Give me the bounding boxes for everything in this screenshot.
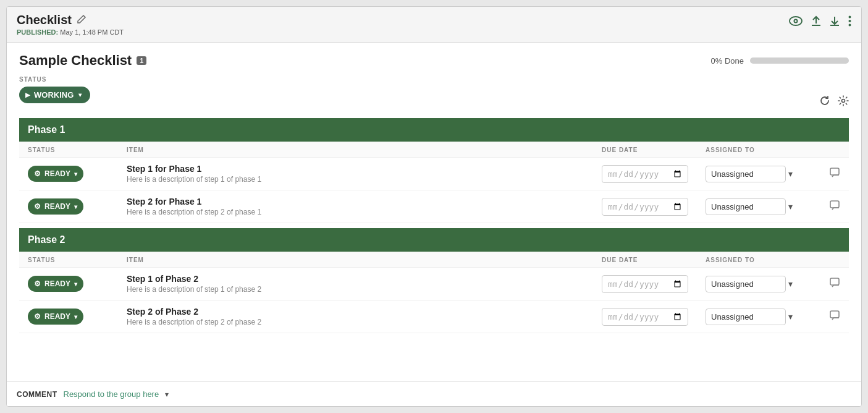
phase2-item2-ready-btn[interactable]: ⚙ READY ▾ [28,309,83,325]
dropdown-arrow-icon: ▾ [788,312,793,321]
comment-bar: COMMENT Respond to the group here ▾ [7,381,861,406]
svg-point-6 [842,100,845,103]
download-icon-btn[interactable] [830,15,840,27]
phase2-item1-item-cell: Step 1 of Phase 2 Here is a description … [118,268,593,300]
phase2-item1-date-input[interactable] [602,275,688,293]
col-actions-label [820,142,849,158]
status-caret-icon: ▾ [78,92,82,98]
phase2-item2-comment-cell [820,300,849,333]
phase2-item1-row: ⚙ READY ▾ Step 1 of Phase 2 Here is a de… [19,268,849,300]
phase2-item2-assigned-select[interactable]: Unassigned [706,309,786,325]
phase1-item2-assigned-select[interactable]: Unassigned [706,198,786,215]
phase2-item2-item-cell: Step 2 of Phase 2 Here is a description … [118,300,593,333]
published-label: PUBLISHED: May 1, 1:48 PM CDT [17,28,124,36]
col-item-label: ITEM [118,252,593,268]
phase1-item2-title: Step 2 for Phase 1 [127,197,584,206]
phase2-item1-desc: Here is a description of step 1 of phase… [127,285,584,294]
phase1-item1-desc: Here is a description of step 1 of phase… [127,175,584,184]
dropdown-arrow-icon: ▾ [788,279,793,289]
phase1-title: Phase 1 [19,118,849,142]
action-icons [819,95,849,109]
phase1-item1-row: ⚙ READY ▾ Step 1 for Phase 1 Here is a d… [19,158,849,190]
ready-label: READY [44,169,70,178]
status-btn-label: WORKING [34,90,74,100]
phase1-item2-assigned-cell: Unassigned ▾ [697,190,820,223]
svg-rect-8 [830,201,839,208]
checklist-title: Sample Checklist 1 [19,53,146,69]
refresh-btn[interactable] [819,95,830,109]
phase2-title: Phase 2 [19,228,849,252]
phase1-item2-item-cell: Step 2 for Phase 1 Here is a description… [118,190,593,223]
dropdown-arrow-icon: ▾ [788,202,793,211]
phase2-item2-desc: Here is a description of step 2 of phase… [127,318,584,326]
phase1-item2-status-cell: ⚙ READY ▾ [19,190,118,223]
checklist-title-text: Sample Checklist [19,53,132,69]
header-actions [789,15,851,27]
comment-caret-icon[interactable]: ▾ [165,390,169,399]
caret-icon: ▾ [74,171,77,177]
phase1-item2-comment-btn[interactable] [829,200,840,214]
comment-respond-text[interactable]: Respond to the group here [64,390,159,399]
phase1-item1-title: Step 1 for Phase 1 [127,164,584,174]
phase2-item1-comment-cell [820,268,849,300]
col-duedate-label: DUE DATE [593,252,697,268]
svg-point-3 [849,16,851,19]
phase1-header: Phase 1 [19,118,849,142]
phase1-item1-comment-btn[interactable] [829,167,840,181]
gear-icon: ⚙ [34,312,41,321]
progress-row: 0% Done [711,56,849,66]
phase2-item1-status-cell: ⚙ READY ▾ [19,268,118,300]
settings-btn[interactable] [838,95,849,109]
col-assigned-label: ASSIGNED TO [697,142,820,158]
col-assigned-label: ASSIGNED TO [697,252,820,268]
phase2-header: Phase 2 [19,228,849,252]
phase2-item2-date-input[interactable] [602,308,688,326]
progress-bar [750,57,849,64]
phase1-item2-ready-btn[interactable]: ⚙ READY ▾ [28,198,83,215]
status-label: STATUS [19,76,90,83]
working-status-btn[interactable]: ▶ WORKING ▾ [19,87,90,103]
phase1-col-headers: STATUS ITEM DUE DATE ASSIGNED TO [19,142,849,158]
published-date: May 1, 1:48 PM CDT [60,28,124,36]
phase2-col-headers: STATUS ITEM DUE DATE ASSIGNED TO [19,252,849,268]
phase1-item2-row: ⚙ READY ▾ Step 2 for Phase 1 Here is a d… [19,190,849,223]
phase1-item1-date-input[interactable] [602,165,688,183]
caret-icon: ▾ [74,281,77,287]
phase2-item1-comment-btn[interactable] [829,277,840,291]
phase2-item1-ready-btn[interactable]: ⚙ READY ▾ [28,276,83,292]
phase1-item1-comment-cell [820,158,849,190]
phase2-item2-comment-btn[interactable] [829,310,840,324]
dropdown-arrow-icon: ▾ [788,169,793,179]
upload-icon-btn[interactable] [811,15,821,27]
svg-rect-9 [830,278,839,285]
caret-icon: ▾ [74,313,77,320]
phase2-item2-status-cell: ⚙ READY ▾ [19,300,118,333]
ready-label: READY [44,312,70,321]
eye-icon-btn[interactable] [789,16,803,26]
more-options-btn[interactable] [848,15,851,27]
phase2-item1-title: Step 1 of Phase 2 [127,274,584,284]
col-item-label: ITEM [118,142,593,158]
checklist-title-row: Sample Checklist 1 0% Done [19,53,849,69]
phase1-item1-assigned-cell: Unassigned ▾ [697,158,820,190]
comment-label: COMMENT [17,390,57,399]
svg-point-5 [849,24,851,27]
ready-label: READY [44,279,70,288]
phase1-item2-duedate-cell [593,190,697,223]
header-left: Checklist PUBLISHED: May 1, 1:48 PM CDT [17,13,124,36]
col-actions-label [820,252,849,268]
phase1-item1-assigned-select[interactable]: Unassigned [706,166,786,182]
phase2-item2-row: ⚙ READY ▾ Step 2 of Phase 2 Here is a de… [19,300,849,333]
edit-icon[interactable] [77,14,86,26]
gear-icon: ⚙ [34,169,41,178]
phase1-item2-date-input[interactable] [602,198,688,216]
phase2-item1-assigned-cell: Unassigned ▾ [697,268,820,300]
phase2-item1-assigned-select[interactable]: Unassigned [706,276,786,292]
top-header: Checklist PUBLISHED: May 1, 1:48 PM CDT [7,7,861,43]
svg-rect-10 [830,311,839,318]
phase2-item2-assigned-cell: Unassigned ▾ [697,300,820,333]
svg-point-2 [795,20,797,22]
svg-point-4 [849,20,851,22]
phase1-item1-ready-btn[interactable]: ⚙ READY ▾ [28,166,83,182]
info-badge: 1 [137,56,146,65]
